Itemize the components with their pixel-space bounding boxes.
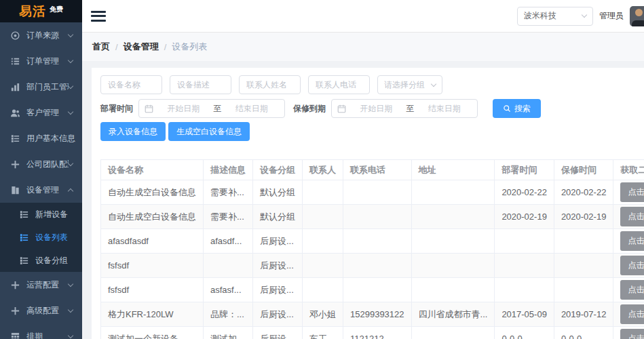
- breadcrumb-link[interactable]: 设备管理: [124, 41, 159, 53]
- sidebar-item-label: 订单来源: [26, 30, 69, 41]
- search-icon: [503, 104, 511, 113]
- column-header: 设备名称: [101, 160, 204, 180]
- cell-group: 默认分组: [253, 205, 303, 229]
- deploy-time-label: 部署时间: [100, 103, 133, 115]
- sidebar-item-label: 部门员工管理: [26, 81, 69, 93]
- table-row: 测试加一个新设备测试加...后厨设...车工11212120-0-00-0-0点…: [101, 327, 644, 339]
- table-row: 自动生成空白设备信息需要补...默认分组2020-02-192020-02-19…: [101, 205, 644, 229]
- company-select[interactable]: 波米科技: [517, 7, 593, 26]
- qr-fetch-button[interactable]: 点击获取: [620, 231, 644, 251]
- cell-desc: 需要补...: [204, 180, 253, 205]
- qr-fetch-button[interactable]: 点击获取: [620, 256, 644, 275]
- table-row: fsfsdfasfasf...后厨设...点击获取查看编辑: [101, 278, 644, 302]
- cell-group: 后厨设...: [253, 302, 303, 327]
- sidebar-item-label: 排期: [26, 331, 69, 339]
- deploy-date-range[interactable]: 至: [138, 99, 285, 118]
- sidebar-item-device-group[interactable]: 设备分组: [0, 249, 82, 272]
- cell-group: 后厨设...: [253, 254, 303, 278]
- sidebar-item-customer-management[interactable]: 客户管理: [0, 100, 82, 125]
- sidebar-item-label: 设备列表: [35, 232, 75, 243]
- sidebar-item-schedule[interactable]: 排期: [0, 323, 82, 339]
- sidebar-item-device-management[interactable]: 设备管理: [0, 177, 82, 203]
- sidebar-item-operation-config[interactable]: 运营配置: [0, 272, 82, 298]
- device-name-input[interactable]: [100, 75, 162, 94]
- warranty-end-date-input[interactable]: [417, 104, 472, 113]
- search-button[interactable]: 搜索: [493, 99, 541, 118]
- avatar[interactable]: [630, 6, 644, 26]
- hamburger-icon[interactable]: [91, 11, 106, 22]
- deploy-end-date-input[interactable]: [225, 104, 280, 113]
- cell-desc: 品牌：...: [204, 302, 253, 327]
- main-column: 波米科技 管理员 首页/设备管理/设备列表 请选择分组: [82, 0, 644, 339]
- column-header: 获取二维码: [613, 160, 644, 180]
- breadcrumb: 首页/设备管理/设备列表: [82, 33, 644, 61]
- cell-address: [411, 229, 495, 254]
- sidebar-item-new-device[interactable]: 新增设备: [0, 203, 82, 226]
- column-header: 部署时间: [495, 160, 554, 180]
- sidebar-menu: 订单来源订单管理部门员工管理客户管理用户基本信息公司团队配置设备管理新增设备设备…: [0, 22, 82, 339]
- cell-warranty: 2019-07-12: [554, 302, 613, 327]
- cell-desc: [204, 254, 253, 278]
- cell-contact: [303, 229, 343, 254]
- qr-fetch-button[interactable]: 点击获取: [620, 329, 644, 339]
- cell-group: 默认分组: [253, 180, 303, 205]
- qr-fetch-button[interactable]: 点击获取: [620, 182, 644, 202]
- warranty-start-date-input[interactable]: [349, 104, 404, 113]
- submenu-device-management: 新增设备设备列表设备分组: [0, 203, 82, 272]
- column-header: 联系电话: [343, 160, 412, 180]
- cell-name: fsfsdf: [101, 278, 204, 302]
- cell-address: [411, 205, 495, 229]
- table-body: 自动生成空白设备信息需要补...默认分组2020-02-222020-02-22…: [101, 180, 644, 339]
- breadcrumb-separator: /: [164, 42, 167, 52]
- column-header: 联系人: [303, 160, 343, 180]
- sidebar-item-user-basic-info[interactable]: 用户基本信息: [0, 125, 82, 151]
- sidebar-item-department-staff[interactable]: 部门员工管理: [0, 74, 82, 100]
- cell-desc: afasdf...: [204, 229, 253, 254]
- contact-phone-input[interactable]: [308, 75, 370, 94]
- sidebar-item-label: 用户基本信息: [26, 133, 75, 144]
- deploy-start-date-input[interactable]: [156, 104, 211, 113]
- content-area: 请选择分组 部署时间 至 保修到期: [82, 61, 644, 339]
- sidebar-item-company-team-config[interactable]: 公司团队配置: [0, 151, 82, 177]
- target-icon: [10, 31, 20, 41]
- chevron-down-icon: [68, 332, 73, 338]
- sidebar-item-order-management[interactable]: 订单管理: [0, 48, 82, 74]
- group-select[interactable]: 请选择分组: [377, 75, 442, 94]
- contact-name-input[interactable]: [239, 75, 301, 94]
- sidebar-item-order-source[interactable]: 订单来源: [0, 22, 82, 48]
- cell-deploy: [495, 254, 554, 278]
- calendar-icon: [337, 104, 346, 113]
- qr-fetch-button[interactable]: 点击获取: [620, 304, 644, 324]
- cell-deploy: 2020-02-19: [495, 205, 554, 229]
- cell-phone: [343, 180, 412, 205]
- cell-deploy: [495, 229, 554, 254]
- filter-row: 请选择分组: [100, 75, 644, 94]
- cell-contact: [303, 180, 343, 205]
- cell-address: [411, 254, 495, 278]
- cell-qrcode: 点击获取: [613, 205, 644, 229]
- breadcrumb-link[interactable]: 首页: [92, 41, 110, 53]
- plus-icon: [10, 159, 20, 170]
- warranty-date-range[interactable]: 至: [331, 99, 478, 118]
- grid-icon: [10, 332, 20, 339]
- add-device-button[interactable]: 录入设备信息: [100, 122, 166, 141]
- chevron-down-icon: [68, 31, 73, 37]
- cell-name: 自动生成空白设备信息: [101, 180, 204, 205]
- cell-group: 后厨设...: [253, 278, 303, 302]
- chevron-down-icon: [68, 83, 73, 88]
- cell-contact: [303, 254, 343, 278]
- calendar-icon: [145, 104, 153, 113]
- generate-blank-device-button[interactable]: 生成空白设备信息: [168, 122, 250, 141]
- sidebar-item-advanced-config[interactable]: 高级配置: [0, 298, 82, 323]
- cell-qrcode: 点击获取: [613, 180, 644, 205]
- bar-chart-icon: [10, 82, 20, 92]
- sidebar-item-label: 设备分组: [35, 255, 75, 266]
- list-icon: [10, 56, 20, 66]
- search-button-label: 搜索: [514, 103, 531, 115]
- cell-group: 后厨设...: [253, 327, 303, 339]
- qr-fetch-button[interactable]: 点击获取: [620, 280, 644, 300]
- device-desc-input[interactable]: [170, 75, 231, 94]
- sidebar-item-device-list[interactable]: 设备列表: [0, 226, 82, 249]
- qr-fetch-button[interactable]: 点击获取: [620, 207, 644, 226]
- cell-qrcode: 点击获取: [613, 254, 644, 278]
